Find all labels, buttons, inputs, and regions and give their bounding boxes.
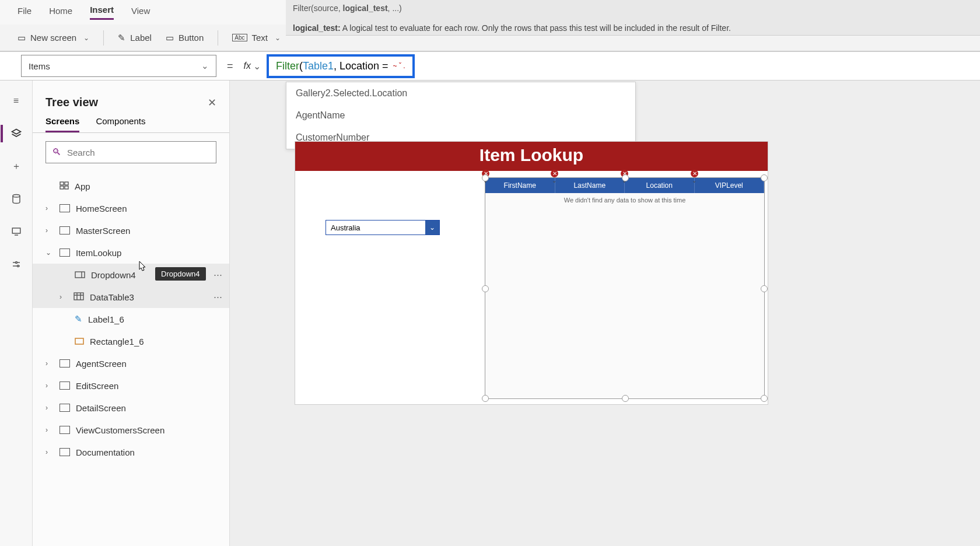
chevron-right-icon: › [46,382,54,390]
label-icon: ✎ [118,33,125,43]
hamburger-icon[interactable]: ≡ [10,94,23,107]
tree-node-rectangle1-6[interactable]: Rectangle1_6 [33,330,229,352]
close-icon[interactable]: ✕ [208,96,216,109]
chevron-right-icon: › [46,204,54,212]
dropdown-value: Australia [326,223,425,232]
svg-rect-5 [65,182,68,185]
screen-icon [60,359,70,368]
chevron-right-icon: › [46,426,54,434]
empty-message: We didn't find any data to show at this … [485,193,764,207]
column-remove-handle[interactable]: ✕⌄ [691,170,704,180]
search-box[interactable]: 🔍︎ [46,141,216,163]
column-header[interactable]: VIPLevel [695,178,765,193]
svg-rect-6 [60,186,64,189]
text-button[interactable]: Abc Text [232,33,281,43]
selection-handle[interactable] [761,285,768,292]
button-button[interactable]: ▭ Button [166,33,204,43]
menu-file[interactable]: File [18,6,32,19]
tree-node-app[interactable]: App [33,175,229,197]
tree-label: HomeScreen [76,204,127,214]
screen-icon [60,426,70,434]
tree-node-agentscreen[interactable]: › AgentScreen [33,352,229,374]
tree-node-documentation[interactable]: › Documentation [33,441,229,463]
tree-node-viewcustomersscreen[interactable]: › ViewCustomersScreen [33,419,229,441]
tree-node-editscreen[interactable]: › EditScreen [33,374,229,397]
sliders-icon[interactable] [10,258,23,271]
formula-signature: Filter(source, logical_test, ...) [293,4,973,13]
tree-node-label1-6[interactable]: ✎ Label1_6 [33,308,229,330]
chevron-right-icon: › [46,448,54,456]
intellisense-item[interactable]: AgentName [286,104,635,127]
button-icon: ▭ [166,33,174,43]
search-icon: 🔍︎ [52,147,61,158]
rectangle-icon [75,337,84,346]
chevron-down-icon: ⌄ [46,249,54,257]
datatable-control[interactable]: ✕⌄ ✕⌄ ✕⌄ ✕⌄ FirstName LastName Location … [485,177,765,399]
app-icon [60,181,69,191]
page-title: Item Lookup [295,142,768,171]
text-icon: Abc [232,34,247,41]
formula-function: Filter [276,60,299,72]
label-icon: ✎ [75,314,82,324]
tree-node-masterscreen[interactable]: › MasterScreen [33,219,229,242]
chevron-right-icon: › [60,293,68,301]
selection-handle[interactable] [482,174,489,181]
property-selector[interactable]: Items ⌄ [21,55,216,77]
column-header[interactable]: LastName [555,178,625,193]
svg-point-3 [17,265,19,267]
plus-icon[interactable]: ＋ [10,160,23,173]
screen-icon [60,204,70,212]
layers-icon[interactable] [10,127,23,140]
selection-handle[interactable] [622,395,629,402]
tree-label: ItemLookup [76,248,121,258]
tree-node-homescreen[interactable]: › HomeScreen [33,197,229,219]
column-remove-handle[interactable]: ✕⌄ [551,170,564,180]
chevron-down-icon[interactable]: ⌄ [425,220,439,235]
chevron-right-icon: › [46,404,54,412]
formula-error-icon: ~ ˇ . [393,62,405,70]
tree-node-detailscreen[interactable]: › DetailScreen [33,397,229,419]
selection-handle[interactable] [482,395,489,402]
chevron-down-icon[interactable]: ⌄ [253,61,261,72]
fx-icon: fx [244,61,251,71]
more-icon[interactable]: ⋯ [214,270,223,280]
svg-rect-8 [75,272,85,278]
more-icon[interactable]: ⋯ [214,292,223,302]
new-screen-button[interactable]: ▭ New screen [18,33,89,43]
button-text: Button [178,33,204,43]
canvas-screen: Item Lookup Australia ⌄ ✕⌄ ✕⌄ ✕⌄ ✕⌄ Firs… [295,141,768,405]
intellisense-item[interactable]: Gallery2.Selected.Location [286,82,635,104]
menu-home[interactable]: Home [49,6,72,19]
column-header[interactable]: FirstName [485,178,555,193]
tree-view-panel: Tree view ✕ Screens Components 🔍︎ App › … [33,80,230,546]
label-button[interactable]: ✎ Label [118,33,152,43]
svg-rect-1 [12,228,20,233]
screen-icon [60,249,70,257]
tree-label: DataTable3 [90,292,134,302]
search-input[interactable] [67,148,210,158]
menu-insert[interactable]: Insert [90,5,114,20]
monitor-icon[interactable] [10,225,23,238]
tree-node-datatable3[interactable]: › DataTable3 ⋯ [33,286,229,308]
formula-table: Table1 [303,60,334,72]
tree-list: App › HomeScreen › MasterScreen ⌄ ItemLo… [33,172,229,467]
selection-handle[interactable] [761,174,768,181]
tab-components[interactable]: Components [96,116,145,132]
database-icon[interactable] [10,192,23,205]
selection-handle[interactable] [761,395,768,402]
formula-input[interactable]: Filter(Table1, Location = ~ ˇ . [267,54,415,78]
selection-handle[interactable] [482,285,489,292]
tree-label: App [75,181,90,191]
selection-handle[interactable] [622,174,629,181]
tree-label: Dropdown4 [91,270,136,280]
tree-label: AgentScreen [76,359,127,369]
tab-screens[interactable]: Screens [46,116,79,132]
new-screen-label: New screen [30,33,76,43]
sig-suffix: , ...) [388,4,402,13]
tree-node-itemlookup[interactable]: ⌄ ItemLookup [33,242,229,264]
menu-view[interactable]: View [131,6,150,19]
tree-label: Documentation [76,447,135,457]
column-header[interactable]: Location [625,178,695,193]
screen-icon: ▭ [18,33,26,43]
dropdown-control[interactable]: Australia ⌄ [326,220,440,235]
